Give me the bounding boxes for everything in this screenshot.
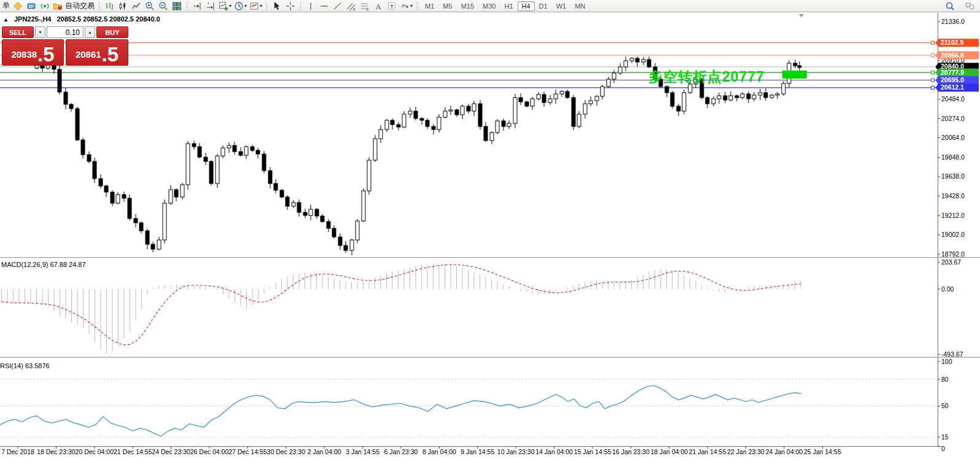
svg-text:18792.0: 18792.0 <box>941 250 965 258</box>
line-chart-button[interactable] <box>130 1 143 12</box>
indicators-button[interactable]: ▾ <box>217 1 233 12</box>
cursor-button[interactable] <box>270 1 284 12</box>
svg-text:20612.1: 20612.1 <box>941 83 964 91</box>
timeframe-d1-button[interactable]: D1 <box>535 1 552 11</box>
new-order-button-partial[interactable]: 单 <box>1 1 11 11</box>
chart-canvas[interactable]: 21336.020910.020484.020274.020064.019848… <box>0 0 980 464</box>
timeframe-m15-button[interactable]: M15 <box>457 1 478 11</box>
tile-windows-button[interactable] <box>170 1 184 12</box>
timeframe-h4-button[interactable]: H4 <box>518 1 535 11</box>
vertical-line-button[interactable] <box>304 1 317 12</box>
text-label-icon: T <box>387 1 397 11</box>
new-order-button[interactable] <box>11 1 25 12</box>
auto-scroll-button[interactable]: * <box>204 1 217 12</box>
svg-text:0.00: 0.00 <box>941 285 954 293</box>
pane-separator[interactable] <box>0 257 980 258</box>
templates-dropdown-caret[interactable]: ▾ <box>260 4 262 9</box>
chat-icon <box>965 1 974 11</box>
fibonacci-button[interactable]: F <box>358 1 371 12</box>
svg-text:21 Jan 14:55: 21 Jan 14:55 <box>689 448 726 455</box>
svg-text:21102.9: 21102.9 <box>941 39 964 46</box>
horizontal-line-icon <box>319 1 329 11</box>
equidistant-channel-button[interactable]: E <box>344 1 358 12</box>
crosshair-button[interactable] <box>284 1 297 12</box>
highlight-rectangle[interactable] <box>782 71 807 79</box>
arrows-dropdown-caret[interactable]: ▾ <box>410 4 413 9</box>
templates-button[interactable]: ▾ <box>248 1 263 12</box>
toolbar: 单自动交易*▾▾▾EFAT▾M1M5M15M30H1H4D1W1MN <box>0 0 980 12</box>
shift-chart-icon <box>192 1 202 11</box>
svg-text:20695.0: 20695.0 <box>941 76 964 83</box>
text-button[interactable]: A <box>371 1 385 12</box>
cursor-icon <box>272 1 282 11</box>
svg-text:19848.0: 19848.0 <box>941 153 965 161</box>
svg-text:16 Jan 23:30: 16 Jan 23:30 <box>612 448 650 455</box>
chart-symbol-period: JPN225-,H4 <box>14 15 52 23</box>
buy-button[interactable]: BUY <box>96 26 128 38</box>
svg-text:24 Dec 23:30: 24 Dec 23:30 <box>152 448 190 455</box>
connection-icon <box>40 1 50 11</box>
trendline-button[interactable] <box>331 1 344 12</box>
bar-chart-button[interactable] <box>103 1 116 12</box>
svg-text:30 Dec 23:30: 30 Dec 23:30 <box>267 448 306 455</box>
macd-axis-labels: 203.670.00-493.67 <box>938 258 963 358</box>
connection-button[interactable] <box>38 1 52 12</box>
toolbar-separator <box>98 2 100 10</box>
volume-decrease-button[interactable]: ▼ <box>35 26 45 38</box>
horizontal-line-button[interactable] <box>317 1 331 12</box>
svg-text:20064.0: 20064.0 <box>941 134 965 141</box>
chart-ohlc-values: 20852.5 20852.5 20802.5 20840.0 <box>56 15 160 23</box>
indicators-dropdown-caret[interactable]: ▾ <box>229 4 231 9</box>
auto-scroll-icon: * <box>206 1 216 11</box>
zoom-in-button[interactable] <box>143 1 157 12</box>
search-button[interactable] <box>943 1 957 12</box>
svg-text:A: A <box>376 2 381 10</box>
search-icon <box>945 1 955 11</box>
auto-trading-button[interactable]: 自动交易 <box>52 1 96 12</box>
svg-text:20777.9: 20777.9 <box>941 69 964 76</box>
svg-text:8 Jan 04:00: 8 Jan 04:00 <box>422 448 456 455</box>
svg-text:27 Dec 14:55: 27 Dec 14:55 <box>228 448 267 455</box>
zoom-out-button[interactable] <box>157 1 170 12</box>
volume-increase-button[interactable]: ▲ <box>85 26 95 38</box>
svg-text:21336.0: 21336.0 <box>941 18 965 25</box>
svg-text:*: * <box>208 1 209 7</box>
timeframe-mn-button[interactable]: MN <box>570 1 589 11</box>
svg-text:21 Dec 14:55: 21 Dec 14:55 <box>114 448 152 455</box>
svg-text:19002.0: 19002.0 <box>941 231 965 238</box>
templates-icon <box>249 1 259 11</box>
text-label-button[interactable]: T <box>385 1 399 12</box>
svg-text:100: 100 <box>941 358 952 365</box>
timeframe-m1-button[interactable]: M1 <box>421 1 438 11</box>
shift-chart-button[interactable] <box>190 1 204 12</box>
candlestick-button[interactable] <box>116 1 130 12</box>
fibonacci-icon: F <box>360 1 370 11</box>
periods-dropdown-caret[interactable]: ▾ <box>244 4 247 9</box>
chat-button[interactable] <box>963 1 976 12</box>
rsi-indicator-label: RSI(14) 63.5876 <box>0 362 50 369</box>
arrows-button[interactable]: ▾ <box>399 1 414 12</box>
timeframe-m5-button[interactable]: M5 <box>438 1 456 11</box>
svg-text:19428.0: 19428.0 <box>941 192 965 199</box>
periods-button[interactable]: ▾ <box>233 1 248 12</box>
macd-signal-line <box>2 265 801 345</box>
profiles-button[interactable] <box>25 1 38 12</box>
svg-text:15 Jan 14:55: 15 Jan 14:55 <box>574 448 612 455</box>
bid-price-display[interactable]: 20838 .5 <box>2 39 64 66</box>
line-chart-icon <box>131 1 141 11</box>
timeframe-h1-button[interactable]: H1 <box>500 1 517 11</box>
sell-button[interactable]: SELL <box>2 26 34 38</box>
svg-text:T: T <box>390 3 394 9</box>
timeframe-w1-button[interactable]: W1 <box>552 1 571 11</box>
toolbar-separator <box>416 2 418 10</box>
svg-text:20484.0: 20484.0 <box>941 95 965 102</box>
one-click-trade-panel: SELL ▼ 0.10 ▲ BUY 20838 .5 20861 .5 <box>2 26 128 66</box>
volume-input[interactable]: 0.10 <box>47 26 84 38</box>
bid-main-digits: 20838 <box>11 49 37 60</box>
pane-separator[interactable] <box>0 357 980 358</box>
ask-price-display[interactable]: 20861 .5 <box>66 39 128 66</box>
arrows-icon <box>400 1 410 11</box>
timeframe-m30-button[interactable]: M30 <box>478 1 500 11</box>
svg-text:24 Jan 04:00: 24 Jan 04:00 <box>766 448 803 455</box>
toolbar-separator <box>186 2 188 10</box>
